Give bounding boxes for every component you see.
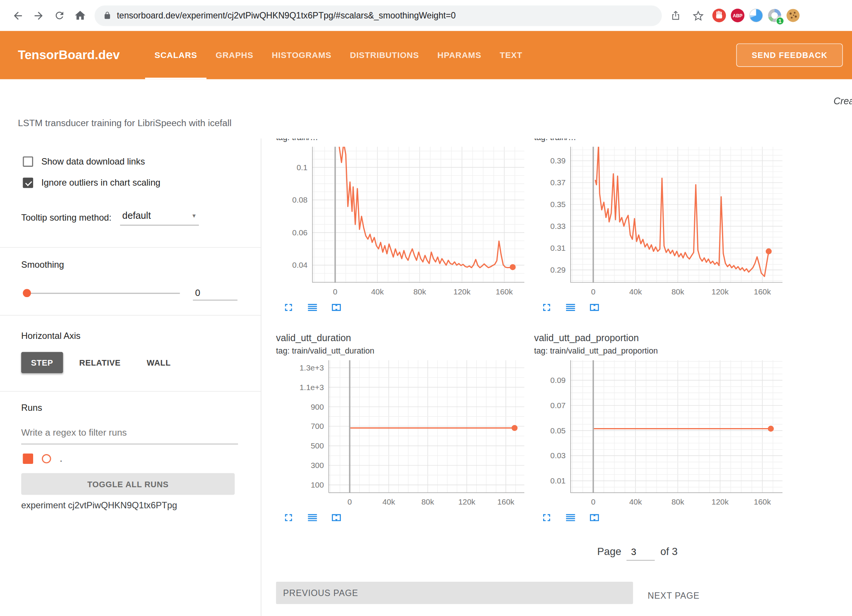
expand-chart-icon[interactable]	[282, 511, 295, 524]
browser-toolbar: tensorboard.dev/experiment/cj2vtPiwQHKN9…	[0, 0, 852, 31]
app-header: TensorBoard.dev SCALARS GRAPHS HISTOGRAM…	[0, 31, 852, 79]
svg-text:0.01: 0.01	[550, 476, 566, 485]
svg-text:0.39: 0.39	[550, 156, 566, 165]
chart-actions	[534, 301, 787, 314]
chart-plot: 0.290.310.330.350.370.39040k80k120k160k	[534, 147, 787, 299]
abp-extension-icon[interactable]: ABP	[729, 7, 745, 23]
smoothing-slider[interactable]	[25, 293, 180, 294]
experiment-description: LSTM transducer training for LibriSpeech…	[18, 118, 232, 129]
runs-regex-input[interactable]	[21, 425, 238, 444]
divider	[0, 247, 261, 247]
adblock-extension-icon[interactable]	[711, 7, 727, 23]
send-feedback-button[interactable]: SEND FEEDBACK	[736, 43, 843, 67]
smoothing-slider-row	[25, 284, 237, 302]
ignore-outliers-checkbox[interactable]	[23, 178, 33, 188]
chart-title: valid_utt_duration	[276, 331, 529, 345]
tooltip-sorting-value: default	[122, 210, 151, 221]
tab-text[interactable]: TEXT	[490, 31, 531, 79]
share-icon	[670, 10, 680, 21]
run-checkbox[interactable]	[23, 454, 33, 464]
fit-domain-icon[interactable]	[330, 511, 343, 524]
svg-text:120k: 120k	[453, 287, 471, 296]
bookmark-button[interactable]	[688, 5, 708, 26]
run-list-item: .	[23, 454, 63, 464]
tab-graphs[interactable]: GRAPHS	[206, 31, 263, 79]
svg-text:120k: 120k	[712, 497, 729, 506]
fit-domain-icon[interactable]	[588, 511, 601, 524]
chart-card: valid_utt_duration tag: train/valid_utt_…	[276, 331, 529, 524]
toggle-y-axis-icon[interactable]	[306, 511, 319, 524]
svg-text:0.1: 0.1	[296, 163, 307, 172]
chart-tag: tag: train/valid_utt_duration	[276, 345, 529, 357]
home-button[interactable]	[70, 5, 90, 26]
chart-card: tag: train/… 0.290.310.330.350.370.39040…	[534, 139, 787, 314]
created-text: Crea	[834, 96, 852, 107]
toggle-y-axis-icon[interactable]	[306, 301, 319, 314]
expand-chart-icon[interactable]	[282, 301, 295, 314]
expand-chart-icon[interactable]	[540, 511, 553, 524]
refresh-button[interactable]	[49, 5, 70, 26]
smoothing-slider-thumb[interactable]	[23, 289, 31, 297]
tab-scalars[interactable]: SCALARS	[145, 31, 206, 79]
chevron-down-icon: ▼	[191, 213, 197, 219]
show-download-links-label: Show data download links	[41, 156, 145, 166]
share-button[interactable]	[665, 5, 686, 26]
svg-text:700: 700	[311, 422, 324, 430]
tooltip-sorting-select[interactable]: default ▼	[120, 209, 199, 225]
show-download-links-row: Show data download links	[23, 156, 145, 166]
axis-relative-button[interactable]: RELATIVE	[69, 352, 130, 373]
forward-button[interactable]	[28, 5, 49, 26]
page: tensorboard.dev/experiment/cj2vtPiwQHKN9…	[0, 0, 852, 616]
tab-distributions[interactable]: DISTRIBUTIONS	[340, 31, 428, 79]
show-download-links-checkbox[interactable]	[23, 156, 33, 166]
svg-text:40k: 40k	[629, 497, 642, 506]
svg-text:0.35: 0.35	[550, 200, 566, 209]
axis-step-button[interactable]: STEP	[21, 352, 63, 373]
fit-domain-icon[interactable]	[330, 301, 343, 314]
extension-badge: 1	[776, 17, 784, 25]
next-page-button[interactable]: NEXT PAGE	[646, 588, 702, 604]
toggle-y-axis-icon[interactable]	[564, 301, 577, 314]
chart-plot: 0.040.060.080.1040k80k120k160k	[276, 147, 529, 299]
chart-card: valid_utt_pad_proportion tag: train/vali…	[534, 331, 787, 524]
svg-text:40k: 40k	[382, 497, 395, 506]
svg-text:120k: 120k	[712, 287, 729, 296]
svg-text:300: 300	[311, 461, 324, 470]
forward-icon	[33, 9, 45, 21]
svg-text:900: 900	[311, 403, 324, 411]
svg-text:0: 0	[333, 287, 337, 296]
toggle-all-runs-button[interactable]: TOGGLE ALL RUNS	[21, 473, 235, 495]
media-extension-icon[interactable]	[748, 7, 764, 23]
page-number-input[interactable]	[627, 547, 655, 561]
horizontal-axis-buttons: STEP RELATIVE WALL	[21, 352, 180, 373]
tab-hparams[interactable]: HPARAMS	[428, 31, 490, 79]
tab-histograms[interactable]: HISTOGRAMS	[263, 31, 340, 79]
cookie-extension-icon[interactable]	[785, 7, 801, 23]
svg-text:120k: 120k	[458, 497, 476, 506]
profile-extension-icon[interactable]: 1	[766, 7, 782, 23]
fit-domain-icon[interactable]	[588, 301, 601, 314]
svg-text:ABP: ABP	[733, 13, 742, 18]
axis-wall-button[interactable]: WALL	[137, 352, 181, 373]
svg-text:1.1e+3: 1.1e+3	[299, 383, 324, 392]
horizontal-axis-label: Horizontal Axis	[21, 331, 80, 341]
back-icon	[12, 9, 24, 21]
toggle-y-axis-icon[interactable]	[564, 511, 577, 524]
address-bar[interactable]: tensorboard.dev/experiment/cj2vtPiwQHKN9…	[95, 5, 662, 26]
chart-plot: 1003005007009001.1e+31.3e+3040k80k120k16…	[276, 360, 529, 509]
previous-page-button[interactable]: PREVIOUS PAGE	[276, 582, 633, 604]
page-of-label: of 3	[660, 546, 678, 558]
run-color-swatch[interactable]	[42, 454, 51, 464]
app-title: TensorBoard.dev	[18, 48, 120, 63]
chart-title: valid_utt_pad_proportion	[534, 331, 787, 345]
home-icon	[73, 9, 86, 22]
svg-text:0.31: 0.31	[550, 244, 566, 252]
svg-text:160k: 160k	[496, 287, 513, 296]
expand-chart-icon[interactable]	[540, 301, 553, 314]
back-button[interactable]	[8, 5, 28, 26]
svg-text:0.37: 0.37	[550, 178, 566, 187]
svg-text:40k: 40k	[629, 287, 642, 296]
smoothing-value-input[interactable]	[193, 287, 237, 300]
experiment-info-bar: Crea LSTM transducer training for LibriS…	[0, 79, 852, 139]
tooltip-sorting-label: Tooltip sorting method:	[21, 212, 111, 222]
